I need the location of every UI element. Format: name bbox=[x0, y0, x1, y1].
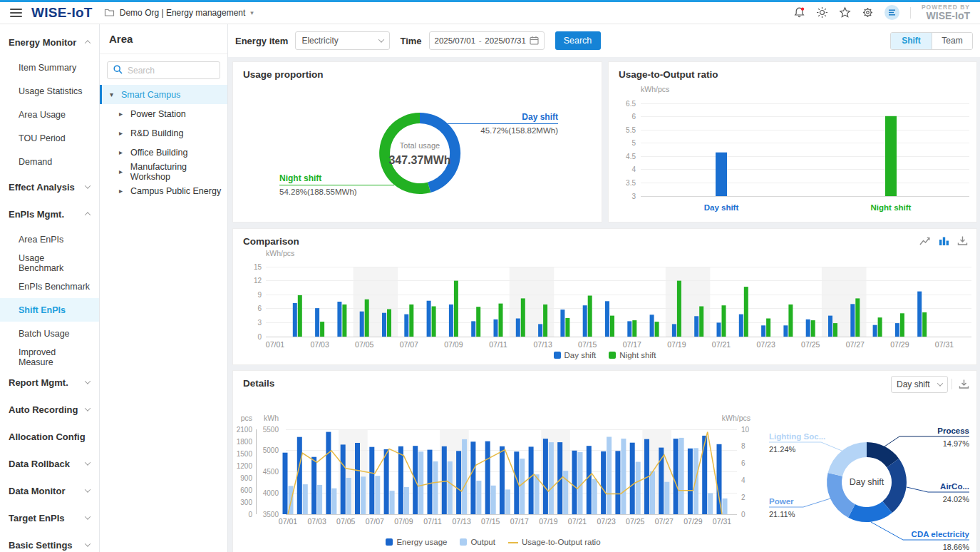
sidebar-item-label: Demand bbox=[19, 157, 52, 167]
view-toggle-shift[interactable]: Shift bbox=[891, 33, 932, 49]
sidebar-item-label: Usage Benchmark bbox=[19, 253, 91, 273]
sidebar-item-enpis-mgmt[interactable]: EnPIs Mgmt. bbox=[0, 200, 99, 228]
day-shift-breakdown-chart: Process14.97%AirCo...24.02%CDA electrici… bbox=[743, 389, 976, 552]
line-chart-icon[interactable] bbox=[919, 235, 931, 246]
legend-item-output[interactable]: Output bbox=[460, 538, 495, 546]
svg-text:Total usage: Total usage bbox=[400, 141, 440, 150]
svg-text:21.11%: 21.11% bbox=[769, 510, 795, 518]
svg-text:4000: 4000 bbox=[263, 489, 279, 497]
usage-to-output-chart: kWh/pcs33.544.555.566.5Day shiftNight sh… bbox=[609, 82, 976, 224]
menu-icon[interactable] bbox=[10, 6, 22, 19]
date-separator: - bbox=[479, 36, 482, 45]
svg-text:07/13: 07/13 bbox=[452, 517, 470, 526]
comparison-chart: 03691215kWh/pcs07/0107/0307/0507/0707/09… bbox=[233, 247, 976, 363]
sidebar-item-tou-period[interactable]: TOU Period bbox=[0, 126, 99, 150]
area-search-box[interactable] bbox=[107, 61, 220, 79]
theme-sun-icon[interactable] bbox=[816, 6, 828, 19]
shift-select[interactable]: Day shift bbox=[891, 376, 948, 393]
sidebar-item-target-enpis[interactable]: Target EnPIs bbox=[0, 504, 99, 531]
area-search-input[interactable] bbox=[128, 66, 214, 76]
app-logo: WISE-IoT bbox=[31, 5, 93, 21]
svg-text:07/25: 07/25 bbox=[801, 340, 820, 349]
tree-item-campus-public-energy[interactable]: ▸Campus Public Energy bbox=[100, 181, 227, 200]
search-button[interactable]: Search bbox=[555, 31, 601, 50]
download-icon[interactable] bbox=[951, 379, 969, 389]
sidebar-item-basic-settings[interactable]: Basic Settings bbox=[0, 531, 99, 552]
sidebar-item-label: Effect Analysis bbox=[9, 182, 75, 193]
user-avatar-icon[interactable] bbox=[884, 5, 899, 20]
legend-item-day-shift[interactable]: Day shift bbox=[554, 351, 597, 359]
chevron-down-icon bbox=[85, 183, 91, 188]
sidebar-item-item-summary[interactable]: Item Summary bbox=[0, 56, 99, 79]
legend-swatch bbox=[609, 352, 616, 359]
org-selector[interactable]: Demo Org | Energy management ▾ bbox=[104, 7, 254, 19]
tree-item-r-d-building[interactable]: ▸R&D Building bbox=[100, 123, 227, 143]
triangle-down-icon: ▾ bbox=[110, 91, 115, 98]
sidebar-item-report-mgmt[interactable]: Report Mgmt. bbox=[0, 369, 99, 396]
tree-item-label: R&D Building bbox=[130, 128, 183, 138]
legend-swatch bbox=[554, 352, 561, 359]
chevron-down-icon bbox=[378, 36, 384, 42]
tree-item-smart-campus[interactable]: ▾Smart Campus bbox=[100, 85, 227, 104]
sidebar-item-label: Data Monitor bbox=[9, 486, 65, 496]
legend-item-night-shift[interactable]: Night shift bbox=[609, 351, 656, 359]
chevron-down-icon bbox=[85, 541, 91, 546]
legend-item-energy-usage[interactable]: Energy usage bbox=[386, 538, 447, 546]
notification-bell-icon[interactable] bbox=[793, 6, 805, 19]
tree-item-power-station[interactable]: ▸Power Station bbox=[100, 104, 227, 123]
comparison-title: Comparison bbox=[243, 236, 299, 247]
calendar-icon bbox=[530, 36, 539, 46]
shift-select-value: Day shift bbox=[897, 379, 930, 389]
sidebar-item-shift-enpis[interactable]: Shift EnPIs bbox=[0, 298, 99, 322]
svg-text:07/11: 07/11 bbox=[423, 517, 442, 526]
usage-to-output-canvas: kWh/pcs33.544.555.566.5Day shiftNight sh… bbox=[609, 82, 976, 221]
sidebar-item-label: Energy Monitor bbox=[9, 37, 76, 48]
svg-text:1800: 1800 bbox=[237, 438, 253, 446]
favorites-star-icon[interactable] bbox=[839, 6, 851, 19]
svg-text:Power: Power bbox=[769, 497, 794, 506]
svg-text:CDA electricity: CDA electricity bbox=[912, 530, 970, 538]
download-icon[interactable] bbox=[957, 235, 968, 246]
svg-text:07/23: 07/23 bbox=[597, 517, 615, 526]
day-shift-breakdown-canvas: Process14.97%AirCo...24.02%CDA electrici… bbox=[743, 389, 976, 552]
sidebar-item-energy-monitor[interactable]: Energy Monitor bbox=[0, 29, 99, 56]
sidebar-item-label: Data Rollback bbox=[9, 459, 70, 469]
sidebar-item-data-monitor[interactable]: Data Monitor bbox=[0, 477, 99, 504]
sidebar-item-area-enpis[interactable]: Area EnPIs bbox=[0, 228, 99, 251]
energy-item-select[interactable]: Electricity bbox=[295, 31, 390, 50]
tree-item-label: Power Station bbox=[130, 109, 186, 119]
settings-gear-icon[interactable] bbox=[862, 6, 874, 19]
triangle-right-icon: ▸ bbox=[119, 110, 125, 118]
sidebar-item-usage-statistics[interactable]: Usage Statistics bbox=[0, 79, 99, 103]
sidebar-item-auto-recording[interactable]: Auto Recording bbox=[0, 396, 99, 423]
view-toggle-team[interactable]: Team bbox=[932, 33, 972, 49]
sidebar-item-area-usage[interactable]: Area Usage bbox=[0, 103, 99, 126]
tree-item-label: Manufacturing Workshop bbox=[130, 162, 227, 182]
svg-text:07/09: 07/09 bbox=[394, 517, 413, 526]
svg-text:07/05: 07/05 bbox=[336, 517, 355, 526]
svg-text:07/11: 07/11 bbox=[489, 340, 507, 349]
svg-text:07/09: 07/09 bbox=[444, 340, 463, 349]
sidebar-item-usage-benchmark[interactable]: Usage Benchmark bbox=[0, 251, 99, 275]
date-range-input[interactable]: 2025/07/01 - 2025/07/31 bbox=[429, 31, 545, 50]
tree-item-manufacturing-workshop[interactable]: ▸Manufacturing Workshop bbox=[100, 162, 227, 181]
date-from: 2025/07/01 bbox=[435, 36, 476, 45]
sidebar-item-allocation-config[interactable]: Allocation Config bbox=[0, 423, 99, 450]
chevron-up-icon bbox=[85, 212, 91, 218]
svg-text:07/27: 07/27 bbox=[846, 340, 865, 349]
svg-text:3: 3 bbox=[257, 319, 262, 327]
sidebar-item-demand[interactable]: Demand bbox=[0, 150, 99, 173]
bar-chart-icon[interactable] bbox=[939, 235, 949, 246]
legend-item-usage-to-output-ratio[interactable]: Usage-to-Output ratio bbox=[508, 538, 601, 546]
svg-text:5.5: 5.5 bbox=[626, 126, 636, 134]
sidebar-item-data-rollback[interactable]: Data Rollback bbox=[0, 450, 99, 477]
sidebar-item-improved-measure[interactable]: Improved Measure bbox=[0, 345, 99, 369]
tree-item-office-building[interactable]: ▸Office Building bbox=[100, 143, 227, 162]
sidebar-item-effect-analysis[interactable]: Effect Analysis bbox=[0, 173, 99, 200]
svg-text:07/31: 07/31 bbox=[713, 517, 731, 526]
chevron-down-icon bbox=[85, 405, 91, 411]
svg-text:5000: 5000 bbox=[263, 446, 279, 454]
sidebar-item-batch-usage[interactable]: Batch Usage bbox=[0, 322, 99, 345]
svg-text:07/27: 07/27 bbox=[655, 517, 674, 526]
sidebar-item-enpis-benchmark[interactable]: EnPIs Benchmark bbox=[0, 275, 99, 298]
